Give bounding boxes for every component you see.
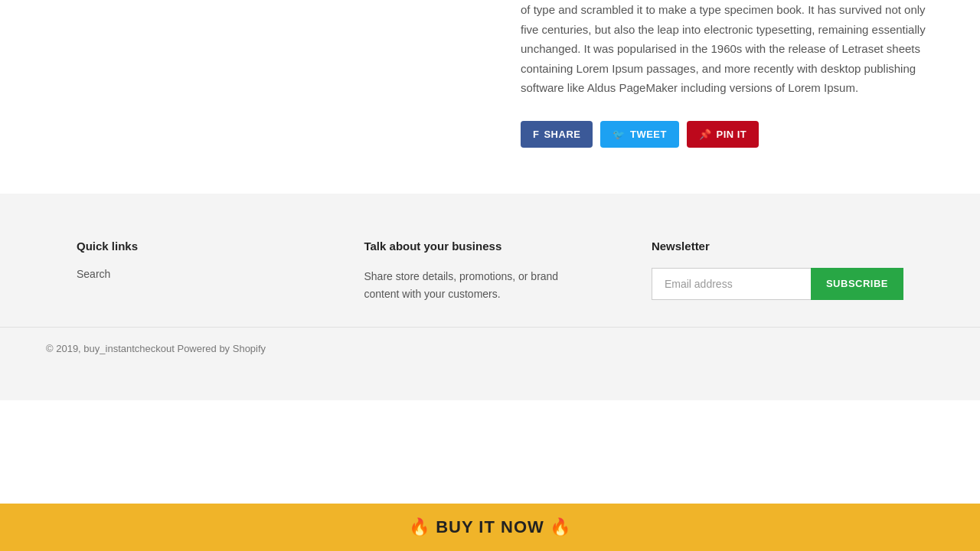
quick-links-column: Quick links Search [77,240,302,305]
business-heading: Talk about your business [364,240,590,253]
business-description: Share store details, promotions, or bran… [364,268,590,305]
newsletter-form: SUBSCRIBE [652,268,903,300]
email-input[interactable] [652,268,811,300]
footer: Quick links Search Talk about your busin… [0,194,980,401]
social-share-buttons: f SHARE 🐦 TWEET 📌 PIN IT [521,121,934,148]
copyright-text: © 2019, buy_instantcheckout Powered by S… [46,343,266,354]
business-column: Talk about your business Share store det… [364,240,590,305]
pin-label: PIN IT [716,129,746,140]
tweet-label: TWEET [630,129,667,140]
pinterest-icon: 📌 [699,129,712,140]
newsletter-column: Newsletter SUBSCRIBE [652,240,903,305]
share-facebook-button[interactable]: f SHARE [521,121,593,148]
twitter-icon: 🐦 [612,129,626,140]
share-pinterest-button[interactable]: 📌 PIN IT [687,121,759,148]
share-twitter-button[interactable]: 🐦 TWEET [600,121,679,148]
buy-now-label: 🔥 BUY IT NOW 🔥 [409,517,571,536]
subscribe-button[interactable]: SUBSCRIBE [811,268,903,300]
buy-it-now-bar[interactable]: 🔥 BUY IT NOW 🔥 [0,504,980,551]
product-description-text: of type and scrambled it to make a type … [521,0,934,98]
search-link[interactable]: Search [77,268,110,280]
quick-links-heading: Quick links [77,240,302,253]
newsletter-heading: Newsletter [652,240,903,253]
facebook-icon: f [533,129,539,140]
footer-copyright: © 2019, buy_instantcheckout Powered by S… [0,327,980,370]
share-label: SHARE [544,129,580,140]
